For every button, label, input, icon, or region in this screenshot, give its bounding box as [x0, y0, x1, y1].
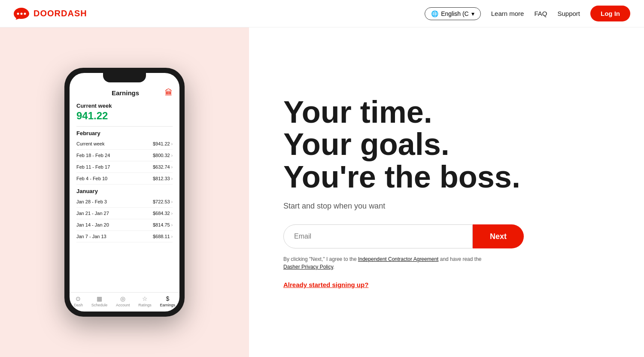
earnings-row[interactable]: Feb 18 - Feb 24 $800.32 ›	[76, 150, 173, 161]
nav-account[interactable]: ◎ Account	[116, 295, 130, 307]
row-amount: $941.22 ›	[153, 141, 173, 146]
row-period: Jan 21 - Jan 27	[76, 211, 109, 216]
chevron-right-icon: ›	[171, 223, 173, 227]
email-input[interactable]	[283, 224, 473, 248]
account-icon: ◎	[120, 295, 125, 302]
phone-notch	[103, 73, 146, 82]
row-period: Jan 7 - Jan 13	[76, 234, 106, 239]
screen-title: Earnings	[86, 89, 165, 97]
nav-account-label: Account	[116, 303, 130, 307]
legal-suffix: .	[333, 264, 334, 270]
header-right: 🌐 English (C ▾ Learn more FAQ Support Lo…	[425, 6, 630, 21]
ratings-icon: ☆	[142, 295, 148, 302]
earnings-row[interactable]: Jan 28 - Feb 3 $722.53 ›	[76, 196, 173, 208]
chevron-right-icon: ›	[171, 153, 173, 158]
privacy-policy-link[interactable]: Dasher Privacy Policy	[283, 264, 333, 270]
february-earnings-list: Current week $941.22 ›Feb 18 - Feb 24 $8…	[76, 138, 173, 185]
login-button[interactable]: Log In	[590, 6, 630, 21]
phone-bottom-nav: ⊙ Dash ▦ Schedule ◎ Account ☆ Ratings	[70, 292, 179, 312]
divider	[76, 126, 173, 127]
row-amount: $688.11 ›	[153, 234, 173, 239]
chevron-right-icon: ›	[171, 142, 173, 146]
phone-screen: Earnings 🏛 Current week 941.22 February …	[70, 73, 179, 312]
screen-header: Earnings 🏛	[76, 88, 173, 97]
nav-ratings[interactable]: ☆ Ratings	[138, 295, 152, 307]
hero-line2: Your goals.	[283, 127, 450, 161]
svg-point-2	[24, 12, 26, 15]
main-content: Earnings 🏛 Current week 941.22 February …	[0, 27, 644, 357]
earnings-row[interactable]: Feb 4 - Feb 10 $812.33 ›	[76, 173, 173, 185]
svg-point-1	[21, 12, 23, 15]
row-period: Feb 11 - Feb 17	[76, 164, 110, 169]
legal-prefix: By clicking "Next," I agree to the	[283, 256, 358, 262]
chevron-right-icon: ›	[171, 211, 173, 216]
hero-line1: Your time.	[283, 95, 432, 129]
row-period: Feb 18 - Feb 24	[76, 153, 110, 158]
support-link[interactable]: Support	[557, 10, 580, 17]
chevron-down-icon: ▾	[471, 10, 474, 17]
earnings-row[interactable]: Current week $941.22 ›	[76, 138, 173, 150]
schedule-icon: ▦	[97, 295, 102, 302]
nav-schedule[interactable]: ▦ Schedule	[91, 295, 108, 307]
nav-ratings-label: Ratings	[138, 303, 152, 307]
logo-text: DOORDASH	[33, 9, 87, 18]
legal-text: By clicking "Next," I agree to the Indep…	[283, 255, 489, 271]
signup-form: Next	[283, 224, 524, 248]
doordash-logo-icon	[14, 8, 29, 20]
earnings-row[interactable]: Jan 21 - Jan 27 $684.32 ›	[76, 208, 173, 219]
earnings-row[interactable]: Jan 7 - Jan 13 $688.11 ›	[76, 231, 173, 242]
current-week-amount: 941.22	[76, 110, 173, 122]
contractor-agreement-link[interactable]: Independent Contractor Agreement	[358, 256, 438, 262]
chevron-right-icon: ›	[171, 176, 173, 181]
chevron-right-icon: ›	[171, 200, 173, 204]
globe-icon: 🌐	[431, 10, 438, 17]
row-amount: $812.33 ›	[153, 176, 173, 181]
row-period: Jan 28 - Feb 3	[76, 199, 107, 204]
right-panel: Your time. Your goals. You're the boss. …	[249, 27, 644, 357]
row-amount: $632.74 ›	[153, 164, 173, 169]
row-period: Jan 14 - Jan 20	[76, 222, 109, 227]
nav-dash-label: Dash	[74, 303, 83, 307]
january-earnings-list: Jan 28 - Feb 3 $722.53 ›Jan 21 - Jan 27 …	[76, 196, 173, 242]
screen-content: Earnings 🏛 Current week 941.22 February …	[70, 73, 179, 292]
nav-earnings[interactable]: $ Earnings	[160, 295, 176, 307]
nav-earnings-label: Earnings	[160, 303, 176, 307]
language-selector[interactable]: 🌐 English (C ▾	[425, 7, 481, 20]
row-amount: $814.75 ›	[153, 222, 173, 227]
january-label: January	[76, 188, 173, 194]
logo-area: DOORDASH	[14, 8, 87, 20]
bank-icon: 🏛	[165, 88, 173, 97]
language-label: English (C	[441, 10, 469, 17]
learn-more-link[interactable]: Learn more	[491, 10, 524, 17]
row-amount: $800.32 ›	[153, 153, 173, 158]
current-week-label: Current week	[76, 103, 173, 109]
february-label: February	[76, 130, 173, 136]
phone-mockup: Earnings 🏛 Current week 941.22 February …	[64, 68, 185, 317]
next-button[interactable]: Next	[473, 224, 524, 248]
dash-icon: ⊙	[76, 295, 81, 302]
hero-subtitle: Start and stop when you want	[283, 202, 610, 211]
header: DOORDASH 🌐 English (C ▾ Learn more FAQ S…	[0, 0, 644, 27]
left-panel: Earnings 🏛 Current week 941.22 February …	[0, 27, 249, 357]
faq-link[interactable]: FAQ	[534, 10, 547, 17]
svg-point-0	[17, 12, 19, 15]
nav-schedule-label: Schedule	[91, 303, 108, 307]
row-amount: $684.32 ›	[153, 211, 173, 216]
row-period: Current week	[76, 141, 104, 146]
earnings-row[interactable]: Feb 11 - Feb 17 $632.74 ›	[76, 161, 173, 173]
hero-line3: You're the boss.	[283, 160, 520, 194]
nav-dash[interactable]: ⊙ Dash	[74, 295, 83, 307]
hero-title: Your time. Your goals. You're the boss.	[283, 96, 610, 194]
earnings-icon: $	[166, 295, 169, 302]
row-amount: $722.53 ›	[153, 199, 173, 204]
chevron-right-icon: ›	[171, 234, 173, 239]
chevron-right-icon: ›	[171, 165, 173, 169]
row-period: Feb 4 - Feb 10	[76, 176, 107, 181]
already-signing-up-link[interactable]: Already started signing up?	[283, 281, 610, 288]
legal-mid: and have read the	[438, 256, 481, 262]
earnings-row[interactable]: Jan 14 - Jan 20 $814.75 ›	[76, 219, 173, 231]
